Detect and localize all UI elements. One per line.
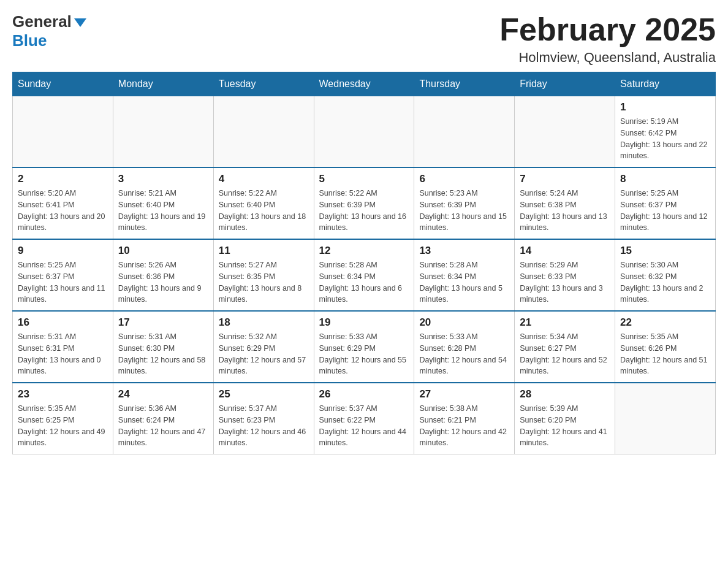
logo-general-text: General — [12, 12, 72, 31]
day-info: Sunrise: 5:32 AM Sunset: 6:29 PM Dayligh… — [219, 331, 309, 377]
day-info: Sunrise: 5:25 AM Sunset: 6:37 PM Dayligh… — [18, 259, 108, 305]
day-number: 13 — [419, 245, 509, 257]
calendar-day-cell: 15Sunrise: 5:30 AM Sunset: 6:32 PM Dayli… — [615, 239, 716, 311]
day-info: Sunrise: 5:29 AM Sunset: 6:33 PM Dayligh… — [520, 259, 610, 305]
day-info: Sunrise: 5:31 AM Sunset: 6:30 PM Dayligh… — [118, 331, 208, 377]
calendar-day-cell: 7Sunrise: 5:24 AM Sunset: 6:38 PM Daylig… — [515, 167, 615, 239]
day-number: 14 — [520, 245, 610, 257]
calendar-week-row: 9Sunrise: 5:25 AM Sunset: 6:37 PM Daylig… — [13, 239, 716, 311]
calendar-day-cell: 6Sunrise: 5:23 AM Sunset: 6:39 PM Daylig… — [414, 167, 515, 239]
day-info: Sunrise: 5:38 AM Sunset: 6:21 PM Dayligh… — [419, 403, 509, 449]
day-number: 5 — [319, 173, 409, 185]
calendar-day-cell: 22Sunrise: 5:35 AM Sunset: 6:26 PM Dayli… — [615, 311, 716, 383]
day-number: 18 — [219, 316, 309, 329]
day-number: 10 — [118, 245, 208, 257]
calendar-day-cell: 28Sunrise: 5:39 AM Sunset: 6:20 PM Dayli… — [515, 383, 615, 454]
day-number: 9 — [18, 245, 108, 257]
day-info: Sunrise: 5:37 AM Sunset: 6:23 PM Dayligh… — [219, 403, 309, 449]
day-info: Sunrise: 5:23 AM Sunset: 6:39 PM Dayligh… — [419, 188, 509, 234]
calendar-day-cell: 5Sunrise: 5:22 AM Sunset: 6:39 PM Daylig… — [314, 167, 414, 239]
calendar-day-cell: 10Sunrise: 5:26 AM Sunset: 6:36 PM Dayli… — [113, 239, 213, 311]
calendar-day-cell: 18Sunrise: 5:32 AM Sunset: 6:29 PM Dayli… — [213, 311, 314, 383]
day-info: Sunrise: 5:35 AM Sunset: 6:25 PM Dayligh… — [18, 403, 108, 449]
day-number: 6 — [419, 173, 509, 185]
calendar-day-cell: 2Sunrise: 5:20 AM Sunset: 6:41 PM Daylig… — [13, 167, 113, 239]
day-info: Sunrise: 5:24 AM Sunset: 6:38 PM Dayligh… — [520, 188, 610, 234]
calendar-week-row: 16Sunrise: 5:31 AM Sunset: 6:31 PM Dayli… — [13, 311, 716, 383]
day-info: Sunrise: 5:36 AM Sunset: 6:24 PM Dayligh… — [118, 403, 208, 449]
day-number: 15 — [620, 245, 710, 257]
column-header-tuesday: Tuesday — [213, 72, 314, 96]
column-header-thursday: Thursday — [414, 72, 515, 96]
day-info: Sunrise: 5:37 AM Sunset: 6:22 PM Dayligh… — [319, 403, 409, 449]
column-header-friday: Friday — [515, 72, 615, 96]
calendar-day-cell: 13Sunrise: 5:28 AM Sunset: 6:34 PM Dayli… — [414, 239, 515, 311]
day-info: Sunrise: 5:28 AM Sunset: 6:34 PM Dayligh… — [319, 259, 409, 305]
column-header-saturday: Saturday — [615, 72, 716, 96]
column-header-monday: Monday — [113, 72, 213, 96]
day-info: Sunrise: 5:27 AM Sunset: 6:35 PM Dayligh… — [219, 259, 309, 305]
day-info: Sunrise: 5:39 AM Sunset: 6:20 PM Dayligh… — [520, 403, 610, 449]
day-info: Sunrise: 5:35 AM Sunset: 6:26 PM Dayligh… — [620, 331, 710, 377]
month-title: February 2025 — [499, 12, 716, 47]
calendar-week-row: 2Sunrise: 5:20 AM Sunset: 6:41 PM Daylig… — [13, 167, 716, 239]
day-info: Sunrise: 5:26 AM Sunset: 6:36 PM Dayligh… — [118, 259, 208, 305]
logo-arrow-icon — [74, 18, 86, 27]
calendar-day-cell: 24Sunrise: 5:36 AM Sunset: 6:24 PM Dayli… — [113, 383, 213, 454]
logo-blue-text: Blue — [12, 31, 47, 50]
calendar-week-row: 23Sunrise: 5:35 AM Sunset: 6:25 PM Dayli… — [13, 383, 716, 454]
day-number: 23 — [18, 388, 108, 400]
day-number: 24 — [118, 388, 208, 400]
day-number: 11 — [219, 245, 309, 257]
calendar-day-cell: 12Sunrise: 5:28 AM Sunset: 6:34 PM Dayli… — [314, 239, 414, 311]
day-number: 21 — [520, 316, 610, 329]
calendar-table: SundayMondayTuesdayWednesdayThursdayFrid… — [12, 72, 716, 454]
calendar-day-cell: 20Sunrise: 5:33 AM Sunset: 6:28 PM Dayli… — [414, 311, 515, 383]
day-number: 17 — [118, 316, 208, 329]
day-info: Sunrise: 5:20 AM Sunset: 6:41 PM Dayligh… — [18, 188, 108, 234]
day-number: 3 — [118, 173, 208, 185]
calendar-day-cell: 21Sunrise: 5:34 AM Sunset: 6:27 PM Dayli… — [515, 311, 615, 383]
column-header-sunday: Sunday — [13, 72, 113, 96]
calendar-day-cell: 23Sunrise: 5:35 AM Sunset: 6:25 PM Dayli… — [13, 383, 113, 454]
calendar-day-cell: 3Sunrise: 5:21 AM Sunset: 6:40 PM Daylig… — [113, 167, 213, 239]
day-number: 27 — [419, 388, 509, 400]
day-number: 19 — [319, 316, 409, 329]
calendar-day-cell: 8Sunrise: 5:25 AM Sunset: 6:37 PM Daylig… — [615, 167, 716, 239]
day-info: Sunrise: 5:33 AM Sunset: 6:28 PM Dayligh… — [419, 331, 509, 377]
location-subtitle: Holmview, Queensland, Australia — [499, 50, 716, 66]
day-number: 25 — [219, 388, 309, 400]
calendar-day-cell — [414, 96, 515, 168]
calendar-day-cell: 26Sunrise: 5:37 AM Sunset: 6:22 PM Dayli… — [314, 383, 414, 454]
calendar-day-cell: 27Sunrise: 5:38 AM Sunset: 6:21 PM Dayli… — [414, 383, 515, 454]
calendar-day-cell: 1Sunrise: 5:19 AM Sunset: 6:42 PM Daylig… — [615, 96, 716, 168]
day-info: Sunrise: 5:30 AM Sunset: 6:32 PM Dayligh… — [620, 259, 710, 305]
calendar-day-cell: 17Sunrise: 5:31 AM Sunset: 6:30 PM Dayli… — [113, 311, 213, 383]
calendar-day-cell: 9Sunrise: 5:25 AM Sunset: 6:37 PM Daylig… — [13, 239, 113, 311]
calendar-day-cell: 4Sunrise: 5:22 AM Sunset: 6:40 PM Daylig… — [213, 167, 314, 239]
day-info: Sunrise: 5:21 AM Sunset: 6:40 PM Dayligh… — [118, 188, 208, 234]
day-number: 28 — [520, 388, 610, 400]
day-info: Sunrise: 5:33 AM Sunset: 6:29 PM Dayligh… — [319, 331, 409, 377]
day-info: Sunrise: 5:34 AM Sunset: 6:27 PM Dayligh… — [520, 331, 610, 377]
day-info: Sunrise: 5:28 AM Sunset: 6:34 PM Dayligh… — [419, 259, 509, 305]
page-header: General Blue February 2025 Holmview, Que… — [12, 12, 716, 66]
day-number: 4 — [219, 173, 309, 185]
day-number: 20 — [419, 316, 509, 329]
logo: General Blue — [12, 12, 86, 50]
column-header-wednesday: Wednesday — [314, 72, 414, 96]
calendar-day-cell: 11Sunrise: 5:27 AM Sunset: 6:35 PM Dayli… — [213, 239, 314, 311]
day-info: Sunrise: 5:22 AM Sunset: 6:40 PM Dayligh… — [219, 188, 309, 234]
calendar-day-cell — [314, 96, 414, 168]
calendar-day-cell — [213, 96, 314, 168]
calendar-week-row: 1Sunrise: 5:19 AM Sunset: 6:42 PM Daylig… — [13, 96, 716, 168]
day-number: 8 — [620, 173, 710, 185]
day-info: Sunrise: 5:19 AM Sunset: 6:42 PM Dayligh… — [620, 116, 710, 162]
calendar-header-row: SundayMondayTuesdayWednesdayThursdayFrid… — [13, 72, 716, 96]
calendar-day-cell: 16Sunrise: 5:31 AM Sunset: 6:31 PM Dayli… — [13, 311, 113, 383]
day-info: Sunrise: 5:25 AM Sunset: 6:37 PM Dayligh… — [620, 188, 710, 234]
title-section: February 2025 Holmview, Queensland, Aust… — [499, 12, 716, 66]
calendar-day-cell: 25Sunrise: 5:37 AM Sunset: 6:23 PM Dayli… — [213, 383, 314, 454]
day-number: 22 — [620, 316, 710, 329]
day-number: 7 — [520, 173, 610, 185]
